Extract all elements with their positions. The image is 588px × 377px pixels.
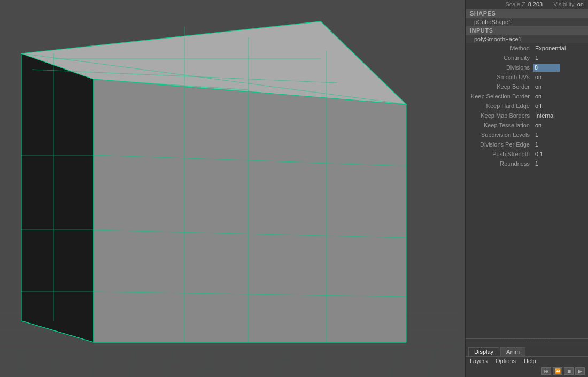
display-tab[interactable]: Display: [468, 347, 499, 356]
right-panel: Scale Z 8.203 Visibility on SHAPES pCube…: [465, 0, 588, 377]
prop-value-9: 1: [533, 130, 588, 140]
prop-label-10: Divisions Per Edge: [466, 140, 533, 149]
shapes-section-header: SHAPES: [466, 9, 588, 18]
prop-row-6: Keep Hard Edgeoff: [466, 101, 588, 111]
help-menu[interactable]: Help: [524, 358, 536, 364]
top-info-bar: Scale Z 8.203 Visibility on: [466, 0, 588, 9]
prop-label-2: Divisions: [466, 63, 533, 72]
display-tabs: Display Anim: [466, 345, 588, 356]
prop-row-10: Divisions Per Edge1: [466, 140, 588, 149]
menu-bar: Layers Options Help: [466, 356, 588, 365]
scale-info: Scale Z 8.203: [505, 1, 543, 7]
node-name[interactable]: polySmoothFace1: [466, 35, 588, 43]
prop-row-0: MethodExponential: [466, 43, 588, 53]
prop-label-1: Continuity: [466, 53, 533, 63]
options-menu[interactable]: Options: [496, 358, 516, 364]
properties-scroll-area: MethodExponentialContinuity1DivisionsSmo…: [466, 43, 588, 338]
prop-label-11: Push Strength: [466, 149, 533, 159]
prop-row-9: Subdivision Levels1: [466, 130, 588, 140]
prop-value-12: 1: [533, 159, 588, 168]
stop-button[interactable]: ⏹: [564, 367, 574, 375]
prop-value-7: Internal: [533, 111, 588, 120]
scale-label: Scale Z: [505, 1, 525, 7]
prop-label-5: Keep Selection Border: [466, 91, 533, 101]
go-to-start-button[interactable]: ⏮: [541, 367, 551, 375]
step-back-button[interactable]: ⏪: [553, 367, 562, 375]
anim-tab[interactable]: Anim: [500, 347, 525, 356]
prop-row-3: Smooth UVson: [466, 72, 588, 82]
shape-name[interactable]: pCubeShape1: [466, 18, 588, 26]
svg-marker-23: [94, 79, 406, 342]
prop-row-5: Keep Selection Borderon: [466, 91, 588, 101]
prop-value-8: on: [533, 120, 588, 130]
prop-label-0: Method: [466, 43, 533, 53]
prop-row-1: Continuity1: [466, 53, 588, 63]
prop-row-8: Keep Tessellationon: [466, 120, 588, 130]
playback-controls: ⏮ ⏪ ⏹ ▶: [466, 365, 588, 377]
prop-value-2[interactable]: [533, 63, 588, 72]
prop-value-6: off: [533, 101, 588, 111]
prop-label-4: Keep Border: [466, 82, 533, 91]
prop-label-9: Subdivision Levels: [466, 130, 533, 140]
prop-value-1: 1: [533, 53, 588, 63]
prop-row-4: Keep Borderon: [466, 82, 588, 91]
prop-row-7: Keep Map BordersInternal: [466, 111, 588, 120]
svg-marker-22: [21, 53, 94, 342]
prop-value-0: Exponential: [533, 43, 588, 53]
prop-value-3: on: [533, 72, 588, 82]
prop-label-7: Keep Map Borders: [466, 111, 533, 120]
scroll-dots: · · · · · · · · · · ·: [503, 340, 551, 344]
visibility-value: on: [577, 1, 584, 7]
prop-value-11: 0.1: [533, 149, 588, 159]
prop-row-12: Roundness1: [466, 159, 588, 168]
3d-viewport[interactable]: [0, 0, 465, 377]
visibility-label: Visibility: [553, 1, 575, 7]
scale-value: 8.203: [528, 1, 543, 7]
prop-value-4: on: [533, 82, 588, 91]
prop-value-10: 1: [533, 140, 588, 149]
prop-row-2: Divisions: [466, 63, 588, 72]
prop-label-8: Keep Tessellation: [466, 120, 533, 130]
layers-menu[interactable]: Layers: [470, 358, 488, 364]
play-button[interactable]: ▶: [575, 367, 585, 375]
bottom-panel: Display Anim Layers Options Help ⏮ ⏪ ⏹ ▶: [466, 345, 588, 377]
scrollbar-area[interactable]: · · · · · · · · · · ·: [466, 338, 588, 345]
prop-input-2[interactable]: [533, 64, 560, 72]
prop-row-11: Push Strength0.1: [466, 149, 588, 159]
prop-label-3: Smooth UVs: [466, 72, 533, 82]
visibility-info: Visibility on: [553, 1, 584, 7]
prop-label-12: Roundness: [466, 159, 533, 168]
properties-table: MethodExponentialContinuity1DivisionsSmo…: [466, 43, 588, 168]
prop-value-5: on: [533, 91, 588, 101]
inputs-section-header: INPUTS: [466, 26, 588, 35]
prop-label-6: Keep Hard Edge: [466, 101, 533, 111]
